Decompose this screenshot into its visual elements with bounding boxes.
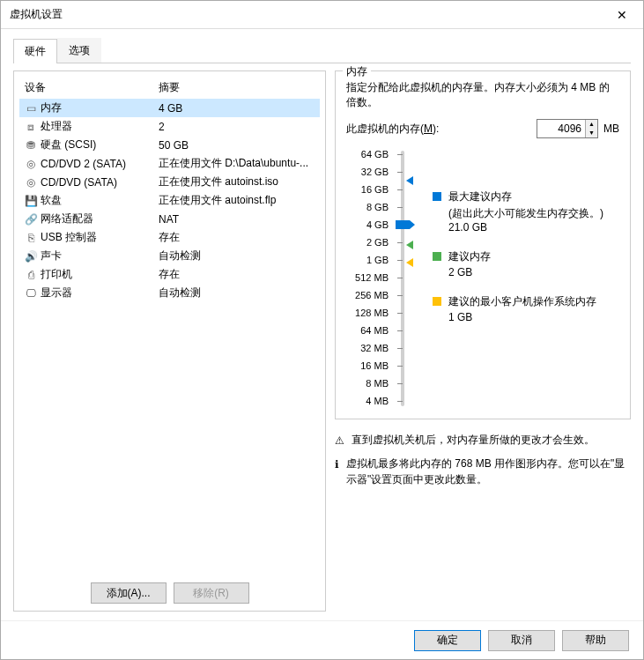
memory-group-title: 内存 [343,64,371,79]
memory-label: 此虚拟机的内存(M): [346,122,439,137]
cancel-button[interactable]: 取消 [488,630,555,651]
spinner-buttons[interactable]: ▲▼ [585,120,597,137]
hw-name: 硬盘 (SCSI) [41,137,96,152]
marker-max-icon [406,176,413,185]
help-button[interactable]: 帮助 [562,630,629,651]
hw-row-8[interactable]: 🔊声卡自动检测 [19,247,320,265]
add-button[interactable]: 添加(A)... [91,582,167,604]
spin-down-icon: ▼ [586,129,597,137]
hw-row-3[interactable]: ◎CD/DVD 2 (SATA)正在使用文件 D:\Data\ubuntu-..… [19,154,320,173]
tick-mark [397,383,403,384]
memory-group: 内存 指定分配给此虚拟机的内存量。内存大小必须为 4 MB 的倍数。 此虚拟机的… [335,70,631,419]
hardware-list-pane: 设备 摘要 ▭内存4 GB⧈处理器2⛃硬盘 (SCSI)50 GB◎CD/DVD… [13,70,326,612]
hw-name: 处理器 [41,119,72,134]
info-icon: ℹ [335,456,339,487]
legend-min: 建议的最小客户机操作系统内存 1 GB [433,294,619,323]
tick-label: 128 MB [346,304,389,322]
window-title: 虚拟机设置 [10,7,610,22]
remove-button[interactable]: 移除(R) [174,582,249,604]
cpu-icon: ⧈ [25,121,37,133]
memory-unit: MB [603,122,619,135]
tick-mark [397,313,403,314]
hw-summary: 4 GB [159,102,315,115]
hw-row-0[interactable]: ▭内存4 GB [19,99,320,117]
ok-button[interactable]: 确定 [414,630,481,651]
titlebar: 虚拟机设置 ✕ [1,1,643,29]
hw-row-6[interactable]: 🔗网络适配器NAT [19,210,320,228]
hw-row-7[interactable]: ⎘USB 控制器存在 [19,228,320,247]
panes: 设备 摘要 ▭内存4 GB⧈处理器2⛃硬盘 (SCSI)50 GB◎CD/DVD… [13,63,631,612]
usb-icon: ⎘ [25,232,37,244]
tick-label: 8 MB [346,374,389,392]
col-device: 设备 [25,80,159,95]
memory-input[interactable] [537,120,585,137]
hw-row-1[interactable]: ⧈处理器2 [19,117,320,136]
tick-mark [397,366,403,367]
close-icon[interactable]: ✕ [610,4,634,26]
hw-name: CD/DVD 2 (SATA) [41,158,126,170]
legend-rec: 建议内存 2 GB [433,249,619,278]
tick-label: 32 MB [346,339,389,357]
legend-blue-icon [433,192,441,201]
hw-summary: 50 GB [159,139,315,152]
printer-icon: ⎙ [25,269,37,281]
legend-max: 最大建议内存 (超出此大小可能发生内存交换。) 21.0 GB [433,189,619,234]
hw-name: 内存 [41,100,62,115]
tick-label: 4 GB [346,216,389,234]
tab-hardware[interactable]: 硬件 [13,39,57,63]
cd-icon: ◎ [25,158,37,170]
tick-mark [397,401,403,402]
hw-name: CD/DVD (SATA) [41,176,117,189]
hw-name: 软盘 [41,193,62,208]
content-area: 硬件 选项 设备 摘要 ▭内存4 GB⧈处理器2⛃硬盘 (SCSI)50 GB◎… [1,29,643,620]
tick-label: 64 GB [346,145,389,163]
memory-slider-area: 64 GB32 GB16 GB8 GB4 GB2 GB1 GB512 MB256… [346,145,619,410]
warning-note: ⚠ 直到虚拟机关机后，对内存量所做的更改才会生效。 [335,432,631,449]
hw-summary: 正在使用文件 autoinst.iso [159,174,315,189]
sound-icon: 🔊 [25,250,37,263]
hw-summary: 自动检测 [159,248,315,263]
hw-summary: 存在 [159,267,315,282]
tick-label: 256 MB [346,286,389,304]
tick-label: 64 MB [346,322,389,339]
legend-green-icon [433,252,441,261]
display-icon: 🖵 [25,287,37,300]
tick-label: 8 GB [346,198,389,216]
hw-row-2[interactable]: ⛃硬盘 (SCSI)50 GB [19,136,320,154]
hw-name: 打印机 [41,267,72,282]
tick-label: 4 MB [346,392,389,410]
tick-mark [397,154,403,155]
tick-label: 32 GB [346,163,389,181]
slider-track-wrap[interactable] [394,145,417,410]
hw-summary: 正在使用文件 autoinst.flp [159,193,315,208]
tab-options[interactable]: 选项 [57,38,101,63]
dialog-footer: 确定 取消 帮助 [1,620,643,659]
vm-settings-window: 虚拟机设置 ✕ 硬件 选项 设备 摘要 ▭内存4 GB⧈处理器2⛃硬盘 (SCS… [0,0,644,660]
table-header: 设备 摘要 [19,77,320,99]
hw-row-10[interactable]: 🖵显示器自动检测 [19,284,320,302]
cd-icon: ◎ [25,176,37,189]
hw-row-9[interactable]: ⎙打印机存在 [19,265,320,284]
tick-label: 512 MB [346,269,389,286]
tick-mark [397,348,403,349]
hw-summary: 正在使用文件 D:\Data\ubuntu-... [159,156,315,171]
hw-name: 声卡 [41,248,62,263]
warning-icon: ⚠ [335,433,344,449]
hw-row-4[interactable]: ◎CD/DVD (SATA)正在使用文件 autoinst.iso [19,173,320,191]
tick-label: 16 GB [346,181,389,198]
hw-summary: 存在 [159,230,315,245]
hw-row-5[interactable]: 💾软盘正在使用文件 autoinst.flp [19,191,320,210]
tick-mark [397,260,403,261]
hw-summary: 自动检测 [159,286,315,300]
slider-tick-labels: 64 GB32 GB16 GB8 GB4 GB2 GB1 GB512 MB256… [346,145,394,410]
memory-input-row: 此虚拟机的内存(M): ▲▼ MB [346,119,619,138]
tab-strip: 硬件 选项 [13,38,631,63]
tick-label: 1 GB [346,251,389,269]
hw-summary: NAT [159,213,315,226]
hw-name: 显示器 [41,286,72,300]
memory-desc: 指定分配给此虚拟机的内存量。内存大小必须为 4 MB 的倍数。 [346,80,619,110]
slider-legend: 最大建议内存 (超出此大小可能发生内存交换。) 21.0 GB 建议内存 2 G… [417,145,619,410]
slider-thumb[interactable] [396,220,410,229]
tick-mark [397,172,403,173]
memory-spinner[interactable]: ▲▼ [537,119,598,138]
